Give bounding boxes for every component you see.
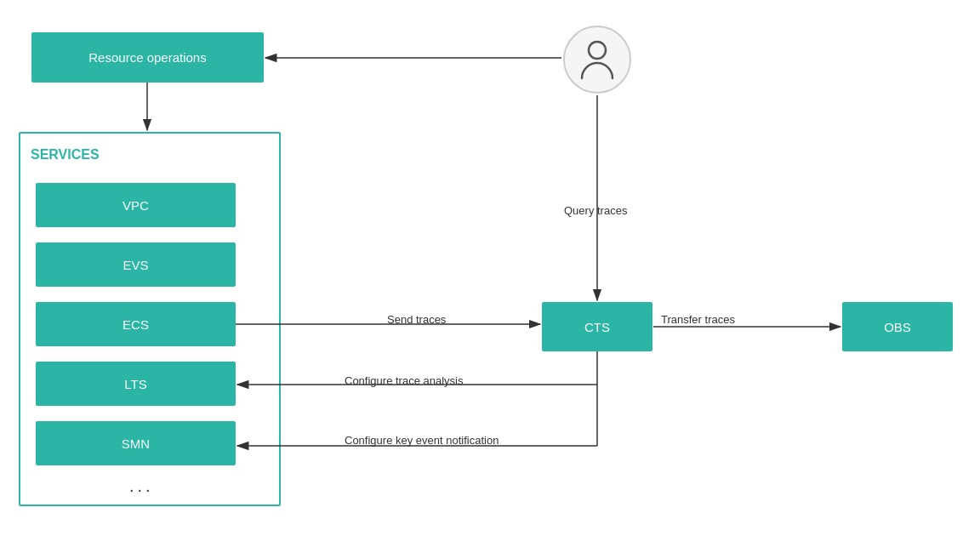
vpc-label: VPC: [122, 198, 149, 213]
query-traces-label: Query traces: [564, 204, 627, 217]
services-label: SERVICES: [19, 140, 111, 169]
svg-point-0: [589, 42, 606, 59]
person-svg: [580, 39, 614, 80]
ecs-box: ECS: [36, 302, 236, 346]
resource-ops-label: Resource operations: [88, 50, 206, 65]
diagram-container: Resource operations SERVICES VPC EVS ECS…: [0, 0, 980, 536]
cts-box: CTS: [542, 302, 652, 351]
user-icon: [563, 26, 631, 94]
resource-ops-box: Resource operations: [31, 32, 264, 83]
smn-label: SMN: [122, 436, 150, 451]
send-traces-label: Send traces: [387, 313, 446, 326]
obs-box: OBS: [842, 302, 953, 351]
vpc-box: VPC: [36, 183, 236, 227]
obs-label: OBS: [884, 320, 911, 334]
cts-label: CTS: [584, 320, 610, 334]
configure-key-label: Configure key event notification: [345, 434, 499, 447]
more-services-dots: ...: [129, 476, 154, 496]
lts-label: LTS: [124, 377, 146, 391]
smn-box: SMN: [36, 421, 236, 465]
ecs-label: ECS: [122, 317, 149, 332]
evs-label: EVS: [122, 258, 148, 272]
lts-box: LTS: [36, 362, 236, 406]
evs-box: EVS: [36, 242, 236, 287]
transfer-traces-label: Transfer traces: [661, 313, 735, 326]
configure-trace-label: Configure trace analysis: [345, 374, 463, 387]
